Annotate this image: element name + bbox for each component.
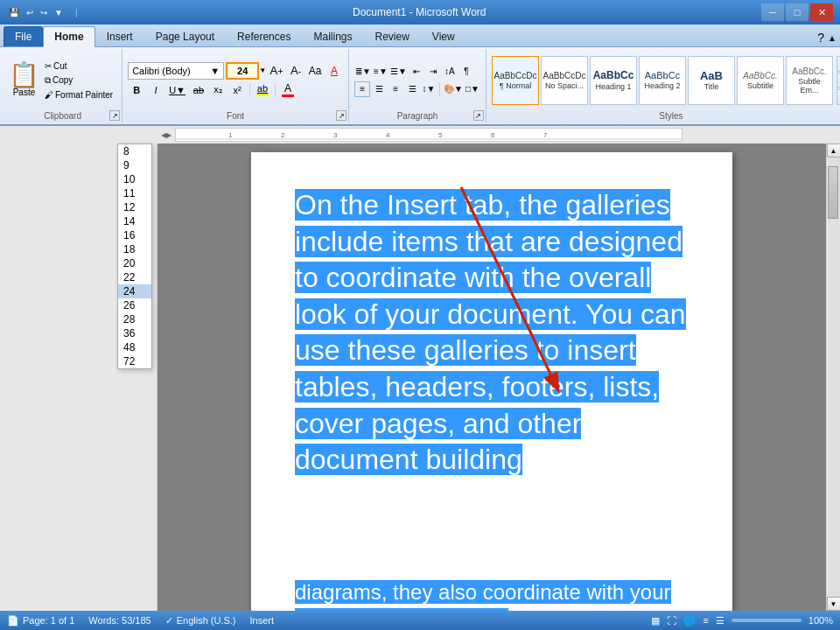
show-hide-button[interactable]: ¶ [458, 64, 474, 80]
customize-quickaccess[interactable]: ▼ [52, 6, 65, 19]
fs-72[interactable]: 72 [118, 354, 151, 368]
tab-references[interactable]: References [226, 26, 302, 46]
paste-button[interactable]: 📋 Paste [9, 63, 39, 97]
increase-font-size-button[interactable]: A+ [268, 62, 285, 80]
tab-page-layout[interactable]: Page Layout [144, 26, 226, 46]
sort-button[interactable]: ↕A [442, 64, 458, 80]
style-heading2[interactable]: AaBbCc Heading 2 [639, 56, 686, 105]
fs-20[interactable]: 20 [118, 256, 151, 270]
style-heading1[interactable]: AaBbCc Heading 1 [590, 56, 637, 105]
font-expand[interactable]: ↗ [336, 110, 346, 121]
close-button[interactable]: ✕ [810, 4, 833, 21]
styles-scroll-down[interactable]: ▼ [836, 73, 840, 88]
align-left-button[interactable]: ≡ [354, 81, 370, 97]
fs-11[interactable]: 11 [118, 186, 151, 200]
fs-22[interactable]: 22 [118, 270, 151, 284]
minimize-button[interactable]: ─ [761, 4, 784, 21]
decrease-font-size-button[interactable]: A- [287, 62, 304, 80]
decrease-indent-button[interactable]: ⇤ [409, 64, 424, 80]
help-button[interactable]: ? [817, 31, 824, 45]
font-size-dropdown-toggle[interactable]: ▼ [259, 66, 266, 74]
justify-button[interactable]: ☰ [404, 81, 420, 97]
font-name-input[interactable]: Calibri (Body) ▼ [128, 62, 224, 80]
fs-16[interactable]: 16 [118, 228, 151, 242]
bold-button[interactable]: B [128, 81, 145, 99]
style-no-spacing[interactable]: AaBbCcDc No Spaci... [541, 56, 588, 105]
tab-mailings[interactable]: Mailings [302, 26, 363, 46]
shading-button[interactable]: 🎨▼ [443, 81, 464, 97]
tab-review[interactable]: Review [363, 26, 420, 46]
font-size-list[interactable]: 8 9 10 11 12 14 16 18 20 22 24 26 28 36 … [117, 144, 152, 369]
tab-insert[interactable]: Insert [95, 26, 144, 46]
format-painter-button[interactable]: 🖌 Format Painter [41, 88, 116, 102]
print-view-button[interactable]: ▦ [651, 615, 660, 626]
fs-18[interactable]: 18 [118, 242, 151, 256]
align-right-button[interactable]: ≡ [388, 81, 403, 97]
font-color-button[interactable]: A [279, 81, 297, 99]
fs-14[interactable]: 14 [118, 214, 151, 228]
font-size-input[interactable]: 24 [226, 62, 259, 80]
line-spacing-button[interactable]: ↕▼ [421, 81, 437, 97]
bullets-button[interactable]: ≣▼ [354, 64, 372, 80]
fs-36[interactable]: 36 [118, 326, 151, 340]
save-quickaccess[interactable]: 💾 [7, 6, 21, 19]
multilevel-button[interactable]: ☰▼ [389, 64, 408, 80]
copy-button[interactable]: ⧉ Copy [41, 74, 116, 88]
italic-button[interactable]: I [147, 81, 164, 99]
cut-button[interactable]: ✂ Cut [41, 60, 116, 73]
doc-scroll-area[interactable]: On the Insert tab, the galleries include… [158, 144, 826, 611]
fs-8[interactable]: 8 [118, 144, 151, 158]
fs-48[interactable]: 48 [118, 340, 151, 354]
style-subtitle[interactable]: AaBbCc. Subtitle [737, 56, 784, 105]
scroll-thumb[interactable] [828, 166, 838, 219]
maximize-button[interactable]: □ [786, 4, 808, 21]
change-case-button[interactable]: Aa [306, 62, 324, 80]
fs-9[interactable]: 9 [118, 158, 151, 172]
scroll-up-button[interactable]: ▲ [827, 144, 841, 158]
redo-quickaccess[interactable]: ↪ [38, 6, 49, 19]
tab-home[interactable]: Home [43, 26, 94, 47]
scroll-down-button[interactable]: ▼ [827, 597, 841, 611]
align-center-button[interactable]: ☰ [371, 81, 387, 97]
main-area: 8 9 10 11 12 14 16 18 20 22 24 26 28 36 … [0, 144, 840, 611]
page-indicator: 📄 Page: 1 of 1 [7, 615, 74, 626]
minimize-ribbon-button[interactable]: ▲ [828, 33, 836, 43]
fs-28[interactable]: 28 [118, 312, 151, 326]
outline-view-button[interactable]: ≡ [703, 615, 708, 626]
borders-button[interactable]: □▼ [465, 81, 480, 97]
selected-text-block: On the Insert tab, the galleries include… [295, 187, 689, 611]
styles-scroll-up[interactable]: ▲ [836, 56, 840, 72]
selected-text-main: On the Insert tab, the galleries include… [295, 189, 686, 475]
ribbon-group-font: Calibri (Body) ▼ 24 ▼ A+ A- Aa A B [122, 49, 349, 122]
paragraph-expand[interactable]: ↗ [473, 110, 484, 121]
undo-quickaccess[interactable]: ↩ [24, 6, 35, 19]
zoom-slider[interactable] [732, 619, 802, 622]
fs-10[interactable]: 10 [118, 172, 151, 186]
clear-format-button[interactable]: A [326, 62, 343, 80]
clipboard-expand[interactable]: ↗ [109, 110, 120, 121]
zoom-level: 100% [808, 615, 833, 626]
styles-more[interactable]: ≡ [836, 89, 840, 105]
fs-24[interactable]: 24 [118, 284, 151, 298]
fs-26[interactable]: 26 [118, 298, 151, 312]
overtype-indicator[interactable]: Insert [250, 615, 275, 626]
right-scrollbar: ▲ ▼ [826, 144, 840, 611]
style-subtle-emphasis[interactable]: AaBbCc. Subtle Em... [786, 56, 833, 105]
strikethrough-button[interactable]: ab [190, 81, 207, 99]
web-view-button[interactable]: 🌐 [683, 615, 696, 626]
tab-file[interactable]: File [4, 26, 43, 46]
numbering-button[interactable]: ≡▼ [373, 64, 388, 80]
scroll-track[interactable] [828, 158, 840, 597]
style-title[interactable]: AaB Title [688, 56, 735, 105]
proofing-indicator: ✓ English (U.S.) [165, 615, 236, 626]
style-normal[interactable]: AaBbCcDc ¶ Normal [492, 56, 539, 105]
superscript-button[interactable]: x² [228, 81, 246, 99]
draft-view-button[interactable]: ☰ [716, 615, 724, 626]
tab-view[interactable]: View [421, 26, 466, 46]
highlight-color-button[interactable]: ab [254, 81, 271, 99]
underline-button[interactable]: U▼ [166, 81, 188, 99]
fs-12[interactable]: 12 [118, 200, 151, 214]
fullscreen-view-button[interactable]: ⛶ [667, 615, 676, 626]
increase-indent-button[interactable]: ⇥ [425, 64, 441, 80]
subscript-button[interactable]: x₂ [209, 81, 227, 99]
